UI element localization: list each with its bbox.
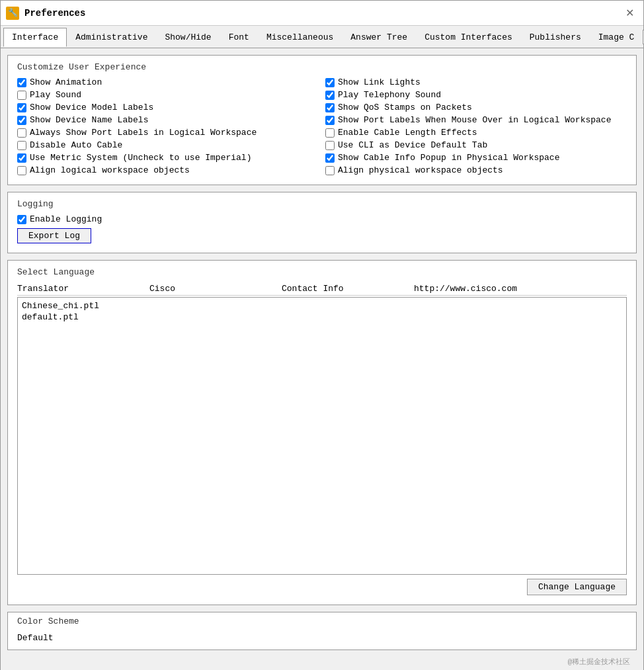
list-item[interactable]: default.ptl <box>20 312 624 323</box>
title-bar: 🔧 Preferences ✕ <box>1 1 643 26</box>
cb-qos-stamps[interactable]: Show QoS Stamps on Packets <box>325 103 627 112</box>
tab-font[interactable]: Font <box>220 28 258 46</box>
watermark: @稀土掘金技术社区 <box>7 657 637 669</box>
checkbox-left-col: Show Animation Play Sound Show Device Mo… <box>17 77 319 175</box>
checkbox-right-col: Show Link Lights Play Telephony Sound Sh… <box>325 77 627 175</box>
cb-device-name-labels[interactable]: Show Device Name Labels <box>17 115 319 125</box>
tabs-bar: Interface Administrative Show/Hide Font … <box>1 26 643 48</box>
col-url: http://www.cisco.com <box>414 284 627 294</box>
cb-show-animation[interactable]: Show Animation <box>17 77 319 87</box>
cb-link-lights[interactable]: Show Link Lights <box>325 77 627 87</box>
cb-show-cable[interactable]: Show Cable Info Popup in Physical Worksp… <box>325 153 627 163</box>
lang-bottom: Change Language <box>17 579 627 595</box>
app-icon: 🔧 <box>6 7 19 20</box>
window-title: Preferences <box>24 8 85 19</box>
logging-section: Logging Enable Logging Export Log <box>7 192 637 253</box>
cb-cli-default[interactable]: Use CLI as Device Default Tab <box>325 140 627 150</box>
tab-custominterfaces[interactable]: Custom Interfaces <box>416 28 521 46</box>
tab-showhide[interactable]: Show/Hide <box>156 28 220 46</box>
customize-title: Customize User Experience <box>17 62 627 72</box>
cb-metric-system[interactable]: Use Metric System (Uncheck to use Imperi… <box>17 153 319 163</box>
tab-publishers[interactable]: Publishers <box>521 28 590 46</box>
tab-administrative[interactable]: Administrative <box>67 28 156 46</box>
language-title: Select Language <box>17 267 627 277</box>
lang-table-body[interactable]: Chinese_chi.ptl default.ptl <box>17 297 627 575</box>
language-section: Select Language Translator Cisco Contact… <box>7 260 637 605</box>
cb-align-logical[interactable]: Align logical workspace objects <box>17 165 319 175</box>
logging-content: Enable Logging Export Log <box>17 214 627 243</box>
color-scheme-value: Default <box>17 632 627 644</box>
cb-port-labels-mouse[interactable]: Show Port Labels When Mouse Over in Logi… <box>325 115 627 125</box>
color-scheme-title: Color Scheme <box>17 616 627 626</box>
checkbox-grid: Show Animation Play Sound Show Device Mo… <box>17 77 627 175</box>
cb-enable-logging[interactable]: Enable Logging <box>17 214 627 224</box>
cb-cable-length[interactable]: Enable Cable Length Effects <box>325 128 627 138</box>
cb-align-physical[interactable]: Align physical workspace objects <box>325 165 627 175</box>
tab-miscellaneous[interactable]: Miscellaneous <box>258 28 342 46</box>
cb-telephony-sound[interactable]: Play Telephony Sound <box>325 90 627 100</box>
tab-answertree[interactable]: Answer Tree <box>342 28 416 46</box>
cb-device-model-labels[interactable]: Show Device Model Labels <box>17 103 319 112</box>
cb-play-sound[interactable]: Play Sound <box>17 90 319 100</box>
col-contact: Contact Info <box>282 284 414 294</box>
customize-section: Customize User Experience Show Animation… <box>7 55 637 185</box>
export-log-button[interactable]: Export Log <box>17 228 91 243</box>
preferences-window: 🔧 Preferences ✕ Interface Administrative… <box>0 0 644 670</box>
list-item[interactable]: Chinese_chi.ptl <box>20 300 624 312</box>
col-translator: Translator <box>17 284 149 294</box>
tab-imagec[interactable]: Image C <box>590 28 643 46</box>
color-scheme-section: Color Scheme Default <box>7 612 637 650</box>
close-button[interactable]: ✕ <box>622 5 638 21</box>
lang-table-header: Translator Cisco Contact Info http://www… <box>17 282 627 296</box>
change-language-button[interactable]: Change Language <box>527 579 627 595</box>
title-bar-left: 🔧 Preferences <box>6 7 85 20</box>
cb-always-port-labels[interactable]: Always Show Port Labels in Logical Works… <box>17 128 319 138</box>
col-cisco: Cisco <box>149 284 282 294</box>
logging-title: Logging <box>17 199 627 209</box>
tab-interface[interactable]: Interface <box>3 28 67 47</box>
main-content: Customize User Experience Show Animation… <box>1 48 643 670</box>
cb-disable-auto-cable[interactable]: Disable Auto Cable <box>17 140 319 150</box>
